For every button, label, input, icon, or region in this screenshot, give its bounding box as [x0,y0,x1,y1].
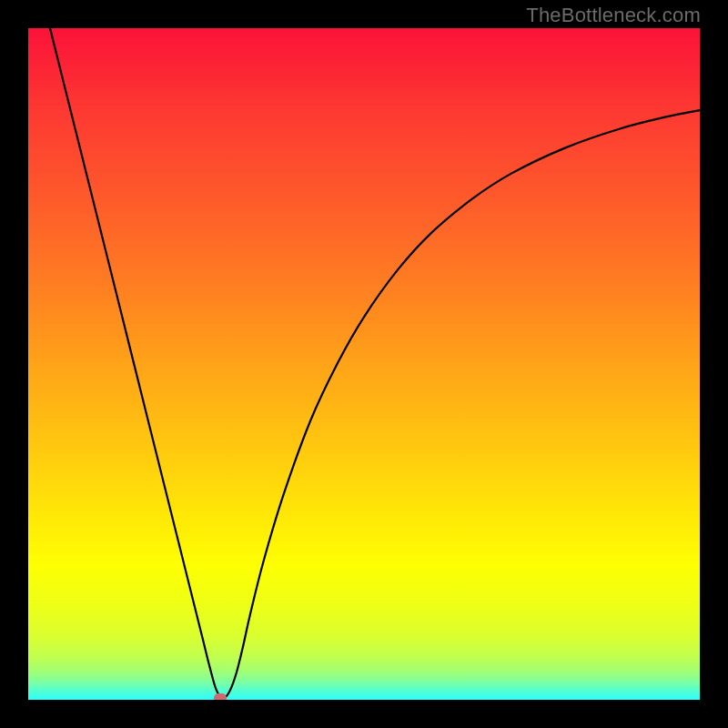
curve-layer [28,28,700,700]
plot-area [28,28,700,700]
watermark-text: TheBottleneck.com [526,4,701,27]
optimum-marker [214,693,227,700]
chart-frame: TheBottleneck.com [0,0,728,728]
bottleneck-curve [28,28,700,699]
